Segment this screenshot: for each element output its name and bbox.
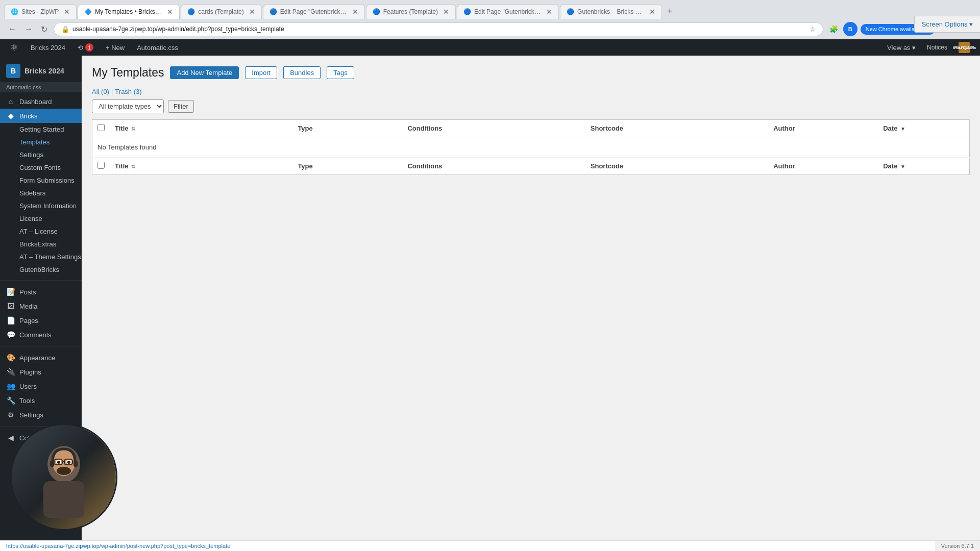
sidebar-item-dashboard[interactable]: ⌂ Dashboard xyxy=(0,94,82,109)
tab-close-tab-edit-gut2[interactable]: ✕ xyxy=(546,8,552,15)
admin-bar-right: View as ▾ Notices 6F6bURQUNSRa xyxy=(881,39,976,56)
sidebar-sub-gutenbricks[interactable]: GutenbBricks xyxy=(0,263,82,276)
tab-close-tab-features[interactable]: ✕ xyxy=(443,8,449,15)
adminbar-wp-logo[interactable]: ⚛ xyxy=(4,39,24,56)
tab-title-tab-gutenbricks: Gutenbricks – Bricks 2024 xyxy=(577,8,644,15)
svg-rect-11 xyxy=(50,461,54,467)
tags-button[interactable]: Tags xyxy=(327,66,354,79)
sidebar-sub-bricksextras[interactable]: BricksExtras xyxy=(0,238,82,251)
sidebar-divider-1 xyxy=(0,280,82,281)
browser-tab-tab-my-templates[interactable]: 🔷 My Templates • Bricks 2024 — ✕ xyxy=(78,4,180,19)
adminbar-user[interactable]: 6F6bURQUNSRa xyxy=(952,39,976,56)
sidebar-sub-at-theme-settings[interactable]: AT – Theme Settings xyxy=(0,251,82,263)
dashboard-icon: ⌂ xyxy=(6,97,15,106)
bundles-button[interactable]: Bundles xyxy=(283,66,321,79)
tab-favicon-tab-edit-gut1: 🔵 xyxy=(270,8,277,15)
tab-title-tab-my-templates: My Templates • Bricks 2024 — xyxy=(95,8,162,15)
adminbar-updates[interactable]: ⟲ 1 xyxy=(71,39,100,56)
sidebar-item-users[interactable]: 👥 Users xyxy=(0,379,82,393)
col-header-title[interactable]: Title ⇅ xyxy=(110,120,292,137)
sidebar-sub-getting-started[interactable]: Getting Started xyxy=(0,123,82,136)
address-bar[interactable]: 🔒 usable-upasana-7ge.zipwp.top/wp-admin/… xyxy=(54,22,823,36)
sidebar-sub-custom-fonts[interactable]: Custom Fonts xyxy=(0,161,82,174)
col-header-conditions: Conditions xyxy=(402,120,585,137)
sidebar-item-settings[interactable]: ⚙ Settings xyxy=(0,408,82,422)
sidebar-item-comments[interactable]: 💬 Comments xyxy=(0,328,82,342)
adminbar-new[interactable]: + New xyxy=(100,39,131,56)
browser-tab-tab-features[interactable]: 🔵 Features (Template) ✕ xyxy=(366,4,456,19)
sidebar-item-plugins[interactable]: 🔌 Plugins xyxy=(0,365,82,379)
sidebar-group-main: ⌂ Dashboard ◆ Bricks Getting Started Tem… xyxy=(0,94,82,445)
plugins-icon: 🔌 xyxy=(6,368,15,376)
back-button[interactable]: ← xyxy=(6,22,18,36)
wp-logo-icon: ⚛ xyxy=(10,42,18,53)
tab-close-tab-my-templates[interactable]: ✕ xyxy=(167,8,173,15)
tab-close-tab-sites[interactable]: ✕ xyxy=(64,8,70,15)
tab-title-tab-features: Features (Template) xyxy=(383,8,438,15)
sidebar-item-bricks[interactable]: ◆ Bricks xyxy=(0,109,82,123)
sidebar-sub-at-license[interactable]: AT – License xyxy=(0,225,82,238)
tab-title-tab-edit-gut2: Edit Page "Gutenbricks" • Brick... xyxy=(474,8,541,15)
sidebar-sub-form-submissions[interactable]: Form Submissions xyxy=(0,174,82,187)
forward-button[interactable]: → xyxy=(22,22,35,36)
select-all-checkbox[interactable] xyxy=(97,124,105,131)
footer-title[interactable]: Title ⇅ xyxy=(110,158,292,175)
footer-date-sort-icon: ▼ xyxy=(900,164,905,169)
sidebar-item-media[interactable]: 🖼 Media xyxy=(0,299,82,313)
new-tab-button[interactable]: + xyxy=(663,4,677,19)
page-header: My Templates Add New Template Import Bun… xyxy=(92,66,970,80)
reload-button[interactable]: ↻ xyxy=(39,22,50,36)
filter-link-all[interactable]: All (0) xyxy=(92,88,109,95)
footer-shortcode: Shortcode xyxy=(585,158,768,175)
adminbar-site-name[interactable]: Bricks 2024 xyxy=(24,39,71,56)
filter-button[interactable]: Filter xyxy=(168,100,194,113)
add-new-template-button[interactable]: Add New Template xyxy=(170,66,239,79)
select-all-footer-checkbox[interactable] xyxy=(97,162,105,169)
sidebar-item-pages[interactable]: 📄 Pages xyxy=(0,313,82,328)
title-sort-icon: ⇅ xyxy=(131,126,135,132)
tab-close-tab-cards[interactable]: ✕ xyxy=(249,8,255,15)
browser-tab-tab-gutenbricks[interactable]: 🔵 Gutenbricks – Bricks 2024 ✕ xyxy=(560,4,662,19)
tab-bar: 🌐 Sites - ZipWP ✕ 🔷 My Templates • Brick… xyxy=(0,0,980,19)
update-count-badge: 1 xyxy=(85,43,93,52)
adminbar-notices[interactable]: Notices xyxy=(922,39,952,56)
sidebar-autocss[interactable]: Automatic.css xyxy=(0,82,82,92)
tab-favicon-tab-features: 🔵 xyxy=(373,8,380,15)
profile-button[interactable]: B xyxy=(843,22,857,36)
posts-icon: 📝 xyxy=(6,288,15,296)
version-info: Version 6.7.1 xyxy=(935,541,980,551)
tools-icon: 🔧 xyxy=(6,396,15,405)
tab-close-tab-gutenbricks[interactable]: ✕ xyxy=(649,8,655,15)
sidebar-item-posts[interactable]: 📝 Posts xyxy=(0,285,82,299)
browser-tab-tab-edit-gut2[interactable]: 🔵 Edit Page "Gutenbricks" • Brick... ✕ xyxy=(457,4,559,19)
browser-tab-tab-sites[interactable]: 🌐 Sites - ZipWP ✕ xyxy=(4,4,77,19)
sidebar-sub-settings[interactable]: Settings xyxy=(0,148,82,161)
user-avatar: 6F6bURQUNSRa xyxy=(959,42,970,53)
browser-tab-tab-cards[interactable]: 🔵 cards (Template) ✕ xyxy=(181,4,261,19)
sidebar-sub-sidebars[interactable]: Sidebars xyxy=(0,187,82,199)
extensions-button[interactable]: 🧩 xyxy=(827,23,840,35)
address-text: usable-upasana-7ge.zipwp.top/wp-admin/ed… xyxy=(72,26,806,33)
footer-cb xyxy=(92,158,110,175)
sidebar-item-appearance[interactable]: 🎨 Appearance xyxy=(0,350,82,365)
col-header-date[interactable]: Date ▼ xyxy=(878,120,969,137)
footer-conditions: Conditions xyxy=(402,158,585,175)
sidebar-sub-system-information[interactable]: System Information xyxy=(0,199,82,212)
import-button[interactable]: Import xyxy=(245,66,277,79)
sidebar-logo: B Bricks 2024 xyxy=(0,56,82,82)
adminbar-view-as[interactable]: View as ▾ xyxy=(881,39,922,56)
svg-rect-12 xyxy=(74,461,78,467)
col-header-type: Type xyxy=(292,120,402,137)
browser-tab-tab-edit-gut1[interactable]: 🔵 Edit Page "Gutenbricks" • Brick... ✕ xyxy=(263,4,365,19)
sidebar-sub-templates[interactable]: Templates xyxy=(0,136,82,148)
footer-date[interactable]: Date ▼ xyxy=(878,158,969,175)
pages-icon: 📄 xyxy=(6,316,15,324)
adminbar-autocss[interactable]: Automatic.css xyxy=(131,39,184,56)
filter-link-trash[interactable]: Trash (3) xyxy=(115,88,141,95)
sidebar-sub-license[interactable]: License xyxy=(0,212,82,225)
sidebar-item-tools[interactable]: 🔧 Tools xyxy=(0,393,82,408)
template-type-dropdown[interactable]: All template types Header Footer Single … xyxy=(92,99,164,113)
tab-close-tab-edit-gut1[interactable]: ✕ xyxy=(352,8,358,15)
wp-body: B Bricks 2024 Automatic.css ⌂ Dashboard … xyxy=(0,56,980,540)
webcam-overlay xyxy=(10,423,117,531)
